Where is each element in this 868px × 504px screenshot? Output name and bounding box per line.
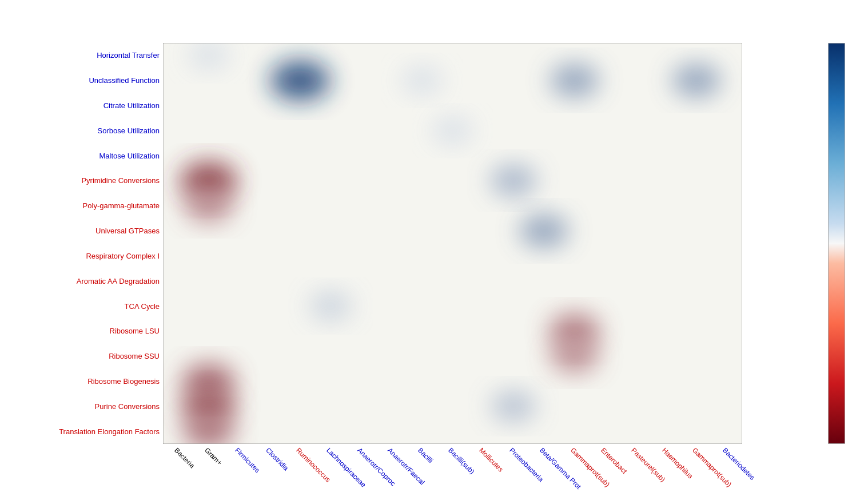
y-label-14: Purine Conversions [0, 394, 163, 419]
svg-point-1 [188, 43, 229, 69]
svg-point-8 [491, 165, 537, 196]
colorbar [828, 43, 851, 444]
svg-point-4 [550, 64, 599, 97]
y-label-0: Horizontal Transfer [0, 43, 163, 68]
svg-point-3 [402, 67, 443, 94]
x-label-14: Enterobact [599, 446, 605, 452]
x-label-16: Haemophilus [660, 446, 666, 452]
x-axis-labels: BacteriaGram+FirmicutesClostridiaRuminoc… [163, 444, 742, 504]
y-label-12: Ribosome SSU [0, 344, 163, 369]
svg-point-6 [432, 117, 473, 144]
x-label-6: Anaerotr/Coproc [356, 446, 361, 452]
x-label-7: Anaerotr/Faecal [386, 446, 392, 452]
svg-rect-0 [163, 43, 742, 444]
x-label-18: Bacteriodetes [721, 446, 727, 452]
y-label-7: Universal GTPases [0, 219, 163, 244]
y-label-1: Unclassified Function [0, 68, 163, 93]
x-label-2: Firmicutes [233, 446, 239, 452]
x-label-11: Proteobacteria [508, 446, 513, 452]
x-label-10: Mollicutes [477, 446, 483, 452]
x-label-1: Gram+ [203, 446, 209, 452]
x-label-5: Lachnospiraceae [325, 446, 331, 452]
y-label-4: Maltose Utilization [0, 143, 163, 168]
x-label-3: Clostridia [264, 446, 270, 452]
x-label-12: Beta/Gamma Prot [539, 446, 544, 452]
x-label-13: Gammaprot(sub) [569, 446, 575, 452]
x-label-9: Bacilli(sub) [447, 446, 453, 452]
chart-container: Horizontal TransferUnclassified Function… [0, 0, 868, 504]
svg-point-11 [309, 292, 352, 320]
y-label-9: Aromatic AA Degradation [0, 268, 163, 293]
svg-point-10 [520, 215, 568, 247]
svg-point-2 [270, 61, 330, 100]
y-label-15: Translation Elongation Factors [0, 419, 163, 444]
heatmap-svg [163, 43, 742, 444]
y-label-6: Poly-gamma-glutamate [0, 193, 163, 219]
svg-point-13 [550, 340, 599, 372]
y-label-5: Pyrimidine Conversions [0, 168, 163, 193]
y-label-8: Respiratory Complex I [0, 244, 163, 269]
x-label-4: Ruminococcus [294, 446, 300, 452]
y-axis-labels: Horizontal TransferUnclassified Function… [0, 43, 163, 444]
x-label-15: Pasteurel(sub) [630, 446, 635, 452]
y-label-13: Ribosome Biogenesis [0, 369, 163, 394]
colorbar-gradient [828, 43, 845, 444]
y-label-3: Sorbose Utilization [0, 118, 163, 143]
y-label-11: Ribosome LSU [0, 319, 163, 344]
x-label-8: Bacilli [416, 446, 422, 452]
svg-point-16 [491, 391, 536, 422]
svg-point-9 [184, 189, 233, 222]
x-label-17: Gammaprot(sub) [691, 446, 696, 452]
y-label-2: Citrate Utilization [0, 93, 163, 118]
x-label-0: Bacteria [173, 446, 178, 452]
svg-point-5 [672, 64, 720, 97]
y-label-10: TCA Cycle [0, 293, 163, 319]
